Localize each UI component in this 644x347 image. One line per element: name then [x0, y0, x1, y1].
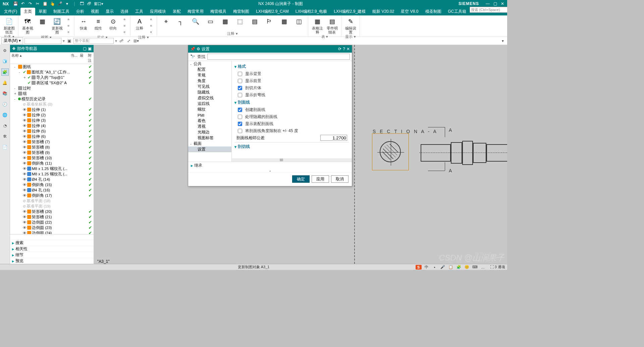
nav-row[interactable]: 👁倒斜角 (17)✔	[10, 193, 94, 198]
ribbon-small-icon[interactable]: ▫	[147, 16, 155, 22]
tools-icon[interactable]: 🛠	[1, 133, 9, 140]
tab-18[interactable]: 星空 V8.0	[397, 8, 422, 15]
ime-item-8[interactable]: …	[480, 265, 486, 270]
history-icon[interactable]: 🕘	[1, 101, 9, 108]
dialog-tree-item[interactable]: 常规	[188, 72, 231, 78]
touch-icon[interactable]: 👆	[50, 1, 55, 6]
copy-icon[interactable]: 📋	[42, 1, 48, 6]
ime-item-2[interactable]: •	[432, 265, 438, 270]
dropdown-icon[interactable]: ▾	[63, 39, 65, 43]
tab-11[interactable]: 梅雷常用	[184, 8, 207, 15]
nav-row[interactable]: 👁M8 x 1.25 螺纹孔 (...✔	[10, 166, 94, 171]
option-显示装配剖面线[interactable]: 显示装配剖面线	[236, 121, 347, 127]
ribbon-small-icon[interactable]: ▫	[121, 16, 128, 22]
ime-item-5[interactable]: 🧩	[456, 265, 462, 270]
ribbon-btn-3-0[interactable]: A注释	[132, 16, 147, 30]
tab-8[interactable]: 工具	[132, 8, 147, 15]
section-line-section[interactable]: 剖面线	[234, 100, 349, 105]
dropdown-icon[interactable]: ▾	[115, 39, 117, 43]
dialog-tree-item[interactable]: -公共	[188, 61, 231, 67]
ribbon-small-icon[interactable]: ▫	[65, 16, 72, 22]
nav-row[interactable]: ⊘基准平面 (19)	[10, 204, 94, 209]
nav-row[interactable]: -图纸✔	[10, 64, 94, 69]
nav-row[interactable]: 👁M8 x 1.25 螺纹孔 (...✔	[10, 171, 94, 177]
tab-12[interactable]: 梅雷模具	[207, 8, 230, 15]
ime-item-4[interactable]: 📋	[448, 265, 454, 270]
col-name[interactable]: 名称 ▴	[10, 52, 69, 64]
assembly-nav-icon[interactable]: 🧊	[1, 58, 9, 65]
nav-row[interactable]: 👁矩形槽 (7)✔	[10, 139, 94, 144]
ribbon-btn-4-1[interactable]: ┐	[174, 16, 188, 26]
inherit-section[interactable]: 继承	[194, 163, 202, 168]
dialog-tree-item[interactable]: 配置	[188, 67, 231, 72]
refresh-icon[interactable]: ⟳	[338, 47, 341, 51]
dialog-tree-item[interactable]: -截面	[188, 141, 231, 147]
dialog-tree-item[interactable]: 光顺边	[188, 129, 231, 135]
tab-2[interactable]: 草图	[35, 8, 50, 15]
part-nav-tree[interactable]: -图纸✔-✔图纸页 "A3_1" (工作...✔+✔导入的 "Top@1"✔✔表…	[10, 64, 94, 234]
ribbon-btn-2-0[interactable]: ↔快速	[76, 16, 91, 30]
nav-row[interactable]: 👁矩形槽 (21)✔	[10, 214, 94, 220]
dialog-tree-item[interactable]: 螺纹	[188, 107, 231, 112]
cut-icon[interactable]: ✂	[35, 1, 40, 6]
ribbon-btn-5-1[interactable]: ▤零件明细表	[325, 16, 339, 34]
ribbon-btn-1-1[interactable]: ▦	[35, 16, 49, 26]
search-section[interactable]: ▸搜索	[10, 240, 94, 246]
ribbon-btn-1-2[interactable]: 🔄更新视图	[50, 16, 64, 34]
tab-13[interactable]: 梅雷制图	[230, 8, 253, 15]
ribbon-btn-4-2[interactable]: 🔍	[189, 16, 203, 26]
nav-row[interactable]: 👁Ø4 孔 (14)✔	[10, 177, 94, 182]
option-显示前景[interactable]: 显示前景	[236, 78, 347, 84]
tab-10[interactable]: 装配	[169, 8, 184, 15]
list-icon[interactable]: 📄	[1, 143, 9, 151]
more-icon[interactable]: ▾	[64, 1, 70, 6]
nav-row[interactable]: ✔表区域 "SX@2" A✔	[10, 80, 94, 85]
col-notes[interactable]: 附注	[86, 52, 94, 64]
ribbon-btn-4-5[interactable]: ⬚	[233, 16, 247, 26]
dialog-tree-item[interactable]: 着色	[188, 118, 231, 124]
ribbon-btn-1-0[interactable]: 🗺基本视图	[20, 16, 35, 34]
dialog-title-bar[interactable]: 📌 ⚙ 设置 ⟳ ? ✕	[188, 45, 352, 53]
ribbon-btn-0-0[interactable]: 📄新建图纸页	[2, 16, 16, 34]
col-latest[interactable]: 最	[77, 52, 86, 64]
ribbon-btn-2-2[interactable]: ⊙径向	[106, 16, 120, 30]
mic-icon[interactable]: 🎤	[57, 1, 62, 6]
tolerance-input[interactable]	[320, 135, 347, 141]
nav-row[interactable]: +组	[10, 91, 94, 96]
option-处理隐藏的剖面线[interactable]: 处理隐藏的剖面线	[236, 114, 347, 120]
dialog-scrollbar[interactable]	[232, 158, 352, 162]
tab-16[interactable]: LXH编程2.9_建模	[330, 8, 369, 15]
pin-icon[interactable]: 📌	[190, 47, 195, 51]
nav-row[interactable]: ⊘基准平面 (18)	[10, 198, 94, 204]
format-section[interactable]: 格式	[234, 64, 349, 69]
toolbar-more-icon[interactable]: ▾	[500, 38, 506, 44]
tab-14[interactable]: LXH编程2.9_CAM	[253, 8, 292, 15]
ribbon-btn-4-9[interactable]: ◫	[292, 16, 306, 26]
status-right[interactable]: ⛶ 3 通项	[488, 265, 507, 270]
ribbon-small-icon[interactable]: ▫	[121, 29, 128, 35]
dialog-tree-item[interactable]: 角度	[188, 78, 231, 84]
tab-5[interactable]: 视图	[88, 8, 102, 15]
redo-icon[interactable]: ↷	[28, 1, 33, 6]
ribbon-group-label[interactable]: 表 ▾	[310, 34, 339, 39]
dialog-tree-item[interactable]: PMI	[188, 112, 231, 118]
ribbon-btn-4-6[interactable]: ▤	[248, 16, 262, 26]
window-dropdown[interactable]: 窗口▾	[94, 1, 103, 6]
dependency-section[interactable]: ▸相关性	[10, 246, 94, 252]
ribbon-btn-4-0[interactable]: ⌖	[159, 16, 173, 26]
nav-row[interactable]: -✔图纸页 "A3_1" (工作...✔	[10, 69, 94, 75]
checkbox[interactable]	[238, 93, 242, 97]
tab-3[interactable]: 制图工具	[50, 8, 73, 15]
details-section[interactable]: ▸细节	[10, 252, 94, 258]
tab-0[interactable]: 文件(F)	[1, 8, 20, 15]
nav-row[interactable]: -模型历史记录✔	[10, 96, 94, 102]
nav-row[interactable]: 👁拉伸 (3)✔	[10, 118, 94, 123]
ribbon-small-icon[interactable]: ▫	[147, 29, 155, 35]
web-icon[interactable]: 🌐	[1, 111, 9, 119]
tab-6[interactable]: 显示	[102, 8, 117, 15]
save-icon[interactable]: 💾	[13, 1, 18, 6]
command-search[interactable]: 搜索 (Ctrl+Space)	[470, 7, 507, 13]
panel-menu-icon[interactable]: ▣	[88, 46, 92, 51]
nav-row[interactable]: 👁拉伸 (6)✔	[10, 134, 94, 139]
dialog-tree-item[interactable]: 设置	[188, 147, 231, 152]
